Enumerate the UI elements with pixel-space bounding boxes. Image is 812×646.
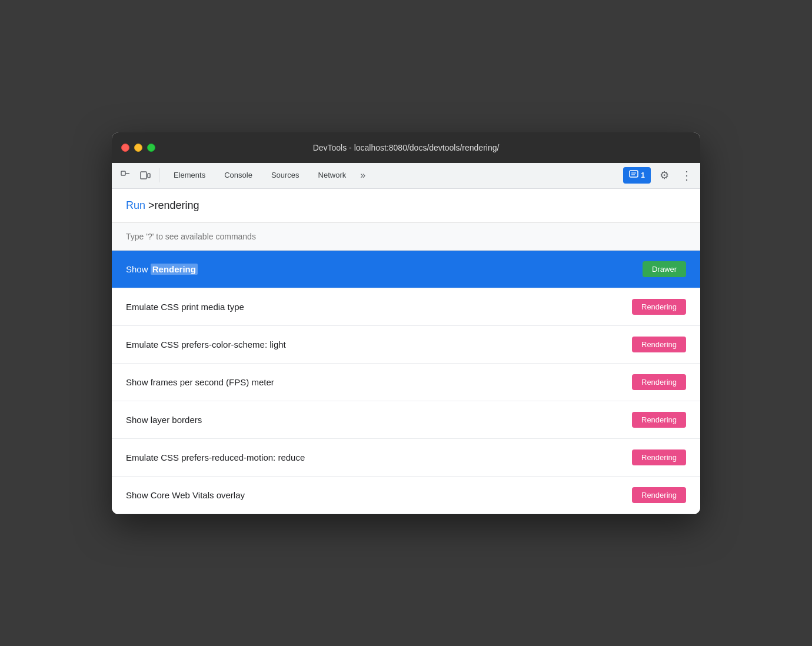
rendering-tag-button-6[interactable]: Rendering [632,487,686,503]
drawer-tag-button[interactable]: Drawer [643,261,686,277]
tab-elements[interactable]: Elements [164,163,215,188]
toolbar-right: 1 ⚙ ⋮ [623,167,695,184]
rendering-tag-button-1[interactable]: Rendering [632,299,686,315]
gear-icon: ⚙ [660,169,669,182]
command-item-layer-borders[interactable]: Show layer borders Rendering [112,401,700,439]
command-text-fps: Show frames per second (FPS) meter [126,377,274,387]
command-item-core-web-vitals[interactable]: Show Core Web Vitals overlay Rendering [112,477,700,514]
run-command: >rendering [148,199,199,211]
device-toggle-button[interactable] [137,167,154,184]
tab-console[interactable]: Console [215,163,262,188]
more-tabs-icon[interactable]: » [355,170,370,181]
command-text-css-print: Emulate CSS print media type [126,302,244,312]
command-item-css-print[interactable]: Emulate CSS print media type Rendering [112,288,700,326]
command-item-reduced-motion[interactable]: Emulate CSS prefers-reduced-motion: redu… [112,439,700,477]
command-text-core-web-vitals: Show Core Web Vitals overlay [126,490,245,500]
devtools-window: DevTools - localhost:8080/docs/devtools/… [112,132,700,514]
rendering-tag-button-5[interactable]: Rendering [632,449,686,465]
svg-rect-3 [148,174,150,178]
command-search-input[interactable] [126,232,686,241]
tab-sources[interactable]: Sources [262,163,309,188]
title-bar: DevTools - localhost:8080/docs/devtools/… [112,132,700,163]
run-header: Run >rendering [112,189,700,223]
run-label: Run [126,199,145,211]
close-button[interactable] [121,144,129,152]
more-options-button[interactable]: ⋮ [678,167,695,184]
tab-network[interactable]: Network [309,163,356,188]
rendering-tag-button-4[interactable]: Rendering [632,412,686,428]
svg-rect-2 [141,172,147,179]
search-bar [112,223,700,251]
window-title: DevTools - localhost:8080/docs/devtools/… [313,143,500,152]
rendering-tag-button-3[interactable]: Rendering [632,374,686,390]
notifications-badge-button[interactable]: 1 [623,167,651,184]
rendering-tag-button-2[interactable]: Rendering [632,337,686,352]
minimize-button[interactable] [134,144,142,152]
command-item-fps[interactable]: Show frames per second (FPS) meter Rende… [112,364,700,401]
maximize-button[interactable] [147,144,155,152]
badge-count: 1 [641,171,645,179]
devtools-toolbar: Elements Console Sources Network » 1 ⚙ [112,163,700,189]
command-text-reduced-motion: Emulate CSS prefers-reduced-motion: redu… [126,452,305,462]
settings-button[interactable]: ⚙ [655,167,673,184]
main-content: Run >rendering Show Rendering Drawer Emu… [112,189,700,514]
command-list: Show Rendering Drawer Emulate CSS print … [112,251,700,514]
traffic-lights [121,144,155,152]
svg-rect-0 [121,171,125,175]
command-text-layer-borders: Show layer borders [126,415,202,425]
svg-rect-4 [630,171,638,177]
command-text-show-rendering: Show Rendering [126,264,198,274]
inspect-element-button[interactable] [117,167,134,184]
toolbar-tabs: Elements Console Sources Network » [164,163,621,188]
command-text-color-scheme: Emulate CSS prefers-color-scheme: light [126,339,286,349]
vertical-dots-icon: ⋮ [681,168,693,182]
toolbar-divider [159,168,159,182]
command-item-show-rendering[interactable]: Show Rendering Drawer [112,251,700,288]
badge-icon [629,170,638,181]
command-item-color-scheme[interactable]: Emulate CSS prefers-color-scheme: light … [112,326,700,364]
